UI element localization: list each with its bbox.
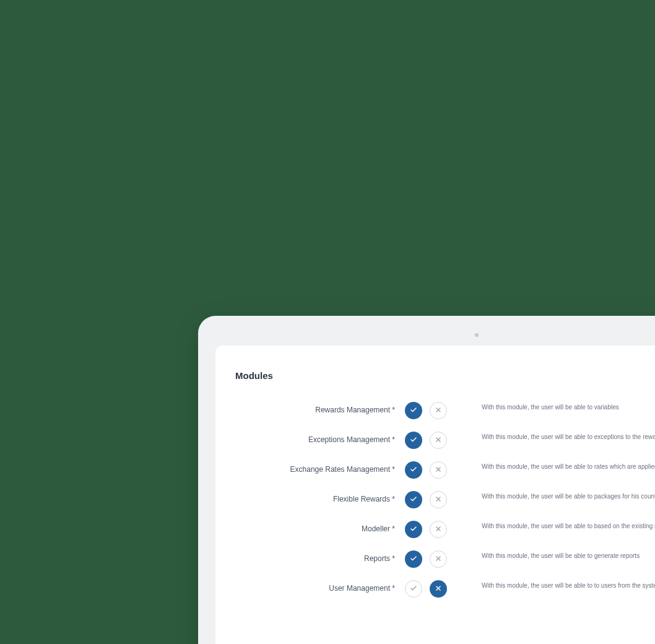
check-icon — [410, 436, 417, 445]
section-title: Modules — [235, 370, 655, 381]
module-toggle-group — [405, 432, 447, 449]
disable-button[interactable] — [430, 580, 447, 598]
enable-button[interactable] — [405, 432, 422, 449]
check-icon — [410, 466, 417, 475]
module-toggle-group — [405, 580, 447, 598]
disable-button[interactable] — [430, 402, 447, 419]
enable-button[interactable] — [405, 580, 422, 598]
check-icon — [410, 495, 417, 505]
module-label: Modeller * — [235, 521, 395, 533]
laptop-mockup: Modules Rewards Management *With this mo… — [198, 316, 655, 644]
laptop-camera-icon — [475, 333, 479, 337]
close-icon — [435, 525, 442, 534]
enable-button[interactable] — [405, 550, 422, 568]
enable-button[interactable] — [405, 521, 422, 538]
enable-button[interactable] — [405, 461, 422, 479]
disable-button[interactable] — [430, 432, 447, 449]
module-row: Flexible Rewards *With this module, the … — [235, 485, 655, 515]
module-description: With this module, the user will be able … — [482, 580, 655, 590]
check-icon — [410, 585, 417, 594]
module-label: User Management * — [235, 580, 395, 593]
module-row: Reports *With this module, the user will… — [235, 544, 655, 574]
enable-button[interactable] — [405, 402, 422, 419]
module-label: Reports * — [235, 550, 395, 563]
module-label: Exchange Rates Management * — [235, 461, 395, 474]
module-description: With this module, the user will be able … — [482, 461, 655, 471]
module-toggle-group — [405, 521, 447, 538]
modules-list: Rewards Management *With this module, th… — [235, 396, 655, 604]
module-toggle-group — [405, 550, 447, 568]
module-description: With this module, the user will be able … — [482, 402, 655, 412]
module-label: Flexible Rewards * — [235, 491, 395, 503]
disable-button[interactable] — [430, 491, 447, 508]
module-description: With this module, the user will be able … — [482, 521, 655, 531]
close-icon — [435, 555, 442, 564]
close-icon — [435, 495, 442, 505]
module-description: With this module, the user will be able … — [482, 491, 655, 501]
module-row: Rewards Management *With this module, th… — [235, 396, 655, 425]
disable-button[interactable] — [430, 521, 447, 538]
enable-button[interactable] — [405, 491, 422, 508]
close-icon — [435, 466, 442, 475]
module-label: Rewards Management * — [235, 402, 395, 414]
module-row: User Management *With this module, the u… — [235, 574, 655, 604]
module-description: With this module, the user will be able … — [482, 550, 655, 560]
check-icon — [410, 406, 417, 416]
app-screen: Modules Rewards Management *With this mo… — [215, 346, 655, 644]
module-toggle-group — [405, 461, 447, 479]
close-icon — [435, 406, 442, 416]
disable-button[interactable] — [430, 461, 447, 479]
module-toggle-group — [405, 402, 447, 419]
check-icon — [410, 555, 417, 564]
module-label: Exceptions Management * — [235, 432, 395, 444]
module-description: With this module, the user will be able … — [482, 432, 655, 442]
close-icon — [435, 436, 442, 445]
close-icon — [435, 585, 442, 594]
module-row: Exchange Rates Management *With this mod… — [235, 455, 655, 485]
check-icon — [410, 525, 417, 534]
module-toggle-group — [405, 491, 447, 508]
disable-button[interactable] — [430, 550, 447, 568]
module-row: Modeller *With this module, the user wil… — [235, 515, 655, 544]
module-row: Exceptions Management *With this module,… — [235, 425, 655, 455]
